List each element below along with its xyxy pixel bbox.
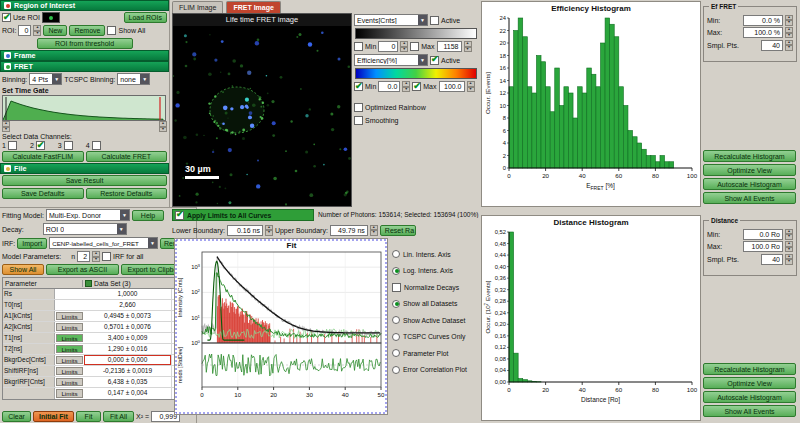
channel-3-checkbox[interactable] [64, 141, 73, 150]
radio-log-intens-axis[interactable] [392, 267, 400, 275]
param-value[interactable]: -0,2136 ± 0,0019 [84, 366, 171, 376]
events-max-checkbox[interactable] [410, 42, 419, 51]
param-value[interactable]: 0,5701 ± 0,0076 [84, 322, 171, 332]
efficiency-min-spinner[interactable]: ▲▼ [402, 81, 410, 92]
events-channel-dropdown[interactable]: Events[Cnts]▼ [354, 14, 428, 26]
smoothing-checkbox[interactable] [354, 116, 363, 125]
events-min-input[interactable]: 0 [378, 41, 398, 52]
efficiency-max-checkbox[interactable] [412, 82, 421, 91]
efficiency-max-spinner[interactable]: ▲▼ [467, 81, 475, 92]
gate-lower-spinner[interactable]: ▲▼ [2, 121, 10, 132]
efficiency-optimize-view-button[interactable]: Optimize View [703, 164, 796, 176]
apply-limits-checkbox[interactable] [175, 211, 184, 220]
channel-1-checkbox[interactable] [8, 141, 17, 150]
efret-min-spinner[interactable]: ▲▼ [785, 15, 793, 26]
tcspc-binning-dropdown[interactable]: none▼ [117, 73, 150, 85]
fit-all-button[interactable]: Fit All [103, 411, 134, 422]
param-value[interactable]: 0,000 ± 0,000 [84, 355, 171, 365]
limits-button[interactable]: Limits [56, 323, 83, 331]
distance-smpl-spinner[interactable]: ▲▼ [785, 254, 793, 265]
irf-for-all-checkbox[interactable] [102, 252, 111, 261]
checkbox-normalize-decays[interactable] [392, 283, 401, 292]
distance-recalculate-histogram-button[interactable]: Recalculate Histogram [703, 363, 796, 375]
efficiency-rainbow-gradient-bar[interactable] [355, 68, 477, 79]
radio-lin-intens-axis[interactable] [392, 250, 400, 258]
param-value[interactable]: 6,438 ± 0,035 [84, 377, 171, 387]
new-roi-button[interactable]: New [43, 25, 67, 36]
calculate-fret-button[interactable]: Calculate FRET [86, 151, 168, 162]
efret-max-input[interactable]: 100.0 % [743, 27, 783, 38]
optimized-rainbow-checkbox[interactable] [354, 103, 363, 112]
efficiency-min-input[interactable]: 0.0 [378, 81, 400, 92]
channel-4-checkbox[interactable] [92, 141, 101, 150]
efficiency-min-checkbox[interactable] [354, 82, 363, 91]
gate-upper-spinner[interactable]: ▲▼ [159, 121, 167, 132]
radio-parameter-plot[interactable] [392, 349, 400, 357]
efret-smpl-spinner[interactable]: ▲▼ [785, 40, 793, 51]
roi-from-threshold-button[interactable]: ROI from threshold [37, 38, 133, 49]
show-all-parameters-button[interactable]: Show All [2, 264, 44, 275]
efficiency-active-checkbox[interactable] [430, 56, 439, 65]
limits-button[interactable]: Limits [56, 345, 83, 353]
roi-index-input[interactable]: 0 [18, 25, 31, 36]
distance-max-input[interactable]: 100.0 Ro [743, 241, 783, 252]
binning-dropdown[interactable]: 4 Pts▼ [29, 73, 62, 85]
distance-show-all-events-button[interactable]: Show All Events [703, 405, 796, 417]
upper-boundary-spinner[interactable]: ▲▼ [370, 225, 378, 236]
limits-button[interactable]: Limits [56, 312, 83, 320]
restore-defaults-button[interactable]: Restore Defaults [86, 188, 168, 199]
load-rois-button[interactable]: Load ROIs [124, 12, 167, 23]
events-intensity-gradient-bar[interactable] [355, 28, 477, 39]
events-min-spinner[interactable]: ▲▼ [400, 41, 408, 52]
use-roi-checkbox[interactable] [2, 13, 11, 22]
limits-button[interactable]: Limits [56, 389, 83, 398]
distance-smpl-input[interactable]: 40 [761, 254, 783, 265]
distance-max-spinner[interactable]: ▲▼ [785, 241, 793, 252]
lower-boundary-input[interactable]: 0.16 ns [227, 225, 263, 236]
show-all-rois-checkbox[interactable] [107, 26, 116, 35]
events-max-spinner[interactable]: ▲▼ [464, 41, 472, 52]
decay-dropdown[interactable]: ROI 0▼ [43, 223, 127, 235]
help-button[interactable]: Help [132, 210, 164, 221]
efficiency-recalculate-histogram-button[interactable]: Recalculate Histogram [703, 150, 796, 162]
radio-show-active-dataset[interactable] [392, 316, 400, 324]
export-ascii-button[interactable]: Export as ASCII [46, 264, 119, 275]
reset-ranges-button[interactable]: Reset Ra [380, 225, 416, 236]
efficiency-channel-dropdown[interactable]: Efficiency[%]▼ [354, 54, 428, 66]
channel-2-checkbox[interactable] [36, 141, 45, 150]
distance-optimize-view-button[interactable]: Optimize View [703, 377, 796, 389]
fitting-model-dropdown[interactable]: Multi-Exp. Donor▼ [46, 209, 130, 221]
radio-show-all-datasets[interactable] [392, 300, 400, 308]
n-exponents-spinner[interactable]: ▲▼ [92, 251, 100, 262]
time-gate-plot[interactable] [2, 95, 166, 121]
remove-roi-button[interactable]: Remove [69, 25, 105, 36]
limits-button[interactable]: Limits [56, 356, 83, 364]
limits-button[interactable]: Limits [56, 367, 83, 375]
param-value[interactable]: 0,147 ± 0,004 [84, 388, 171, 399]
distance-min-input[interactable]: 0.0 Ro [743, 229, 783, 240]
param-value[interactable]: 3,400 ± 0,009 [84, 333, 171, 343]
tab-fret-image[interactable]: FRET Image [226, 1, 280, 13]
distance-autoscale-histogram-button[interactable]: Autoscale Histogram [703, 391, 796, 403]
fit-decay-chart[interactable]: Fit10010110210301020304050Intensity [Cnt… [175, 239, 387, 414]
efret-max-spinner[interactable]: ▲▼ [785, 27, 793, 38]
radio-error-correlation-plot[interactable] [392, 366, 400, 374]
efret-min-input[interactable]: 0.0 % [743, 15, 783, 26]
events-active-checkbox[interactable] [430, 16, 439, 25]
clear-button[interactable]: Clear [2, 411, 31, 422]
save-result-button[interactable]: Save Result [2, 175, 167, 186]
limits-button[interactable]: Limits [56, 334, 83, 342]
radio-tcspc-curves-only[interactable] [392, 333, 400, 341]
param-value[interactable]: 1,0000 [84, 289, 171, 299]
efficiency-max-input[interactable]: 100.0 [439, 81, 465, 92]
initial-fit-button[interactable]: Initial Fit [33, 411, 74, 422]
events-max-input[interactable]: 1158 [437, 41, 462, 52]
limits-button[interactable]: Limits [56, 378, 83, 386]
events-min-checkbox[interactable] [354, 42, 363, 51]
calculate-fastflim-button[interactable]: Calculate FastFLIM [2, 151, 84, 162]
efret-smpl-input[interactable]: 40 [761, 40, 783, 51]
efficiency-autoscale-histogram-button[interactable]: Autoscale Histogram [703, 178, 796, 190]
roi-index-spinner[interactable]: ▲▼ [33, 25, 41, 36]
save-defaults-button[interactable]: Save Defaults [2, 188, 84, 199]
n-exponents-input[interactable]: 2 [77, 251, 90, 262]
